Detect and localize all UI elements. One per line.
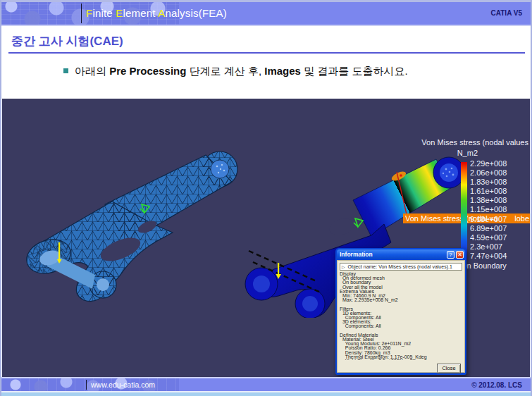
scale-value: 4.59e+007 xyxy=(470,233,507,242)
copyright-label: © 2012.08. LCS xyxy=(471,381,522,389)
scale-value: 1.83e+008 xyxy=(470,178,507,187)
title-text: nalysis(FEA) xyxy=(165,7,226,19)
dialog-titlebar[interactable]: Information ? ✕ xyxy=(337,249,465,259)
mesh-body xyxy=(22,151,237,302)
scale-value: 1.38e+008 xyxy=(470,196,507,205)
presentation-title: Finite Element Analysis(FEA) xyxy=(86,7,227,19)
legend-title: Von Mises stress (nodal values xyxy=(421,138,528,147)
restraint-symbol-icon xyxy=(354,218,363,227)
bottom-blue-strip xyxy=(1,392,531,396)
title-text: lement xyxy=(123,7,158,19)
title-underline xyxy=(8,52,525,54)
scale-value: 7.47e+004 xyxy=(470,252,507,261)
site-url: www.edu-catia.com xyxy=(91,380,155,389)
bullet-text-bold: Pre Processing xyxy=(109,65,186,77)
dialog-body: ▷ Object name: Von Mises stress (nodal v… xyxy=(337,260,465,373)
dialog-button-row: Close xyxy=(340,360,462,373)
bullet-text-bold: Images xyxy=(264,65,301,77)
object-name-row: ▷ Object name: Von Mises stress (nodal v… xyxy=(340,263,462,271)
legend-boundary-label: On Boundary xyxy=(461,261,507,270)
bullet-text: 아래의 xyxy=(75,65,109,77)
scale-value: 1.61e+008 xyxy=(470,187,507,196)
scale-value: 6.89e+007 xyxy=(470,224,507,233)
scale-values: 2.29e+008 2.06e+008 1.83e+008 1.61e+008 … xyxy=(470,159,507,261)
catia-3d-viewport: Von Mises stress (nodal va lobe Von Mise… xyxy=(2,99,530,377)
scale-value: 1.15e+008 xyxy=(470,205,507,214)
scale-value: 2.29e+008 xyxy=(470,159,507,168)
bullet-text: 단계로 계산 후, xyxy=(186,65,264,77)
stress-eye-bottom-hub xyxy=(302,296,318,311)
close-button[interactable]: Close xyxy=(437,364,461,373)
title-letter-f: F xyxy=(86,7,92,19)
bullet-row: 아래의 Pre Processing 단계로 계산 후, Images 및 결과… xyxy=(63,65,408,78)
object-name-marker-icon: ▷ xyxy=(342,265,345,269)
stress-eye-left-hub xyxy=(253,276,270,292)
label-leader-line xyxy=(391,169,412,217)
header-divider-line xyxy=(81,4,82,23)
scale-value: 2.3e+007 xyxy=(470,242,507,252)
dialog-info-text: Display On deformed mesh On boundary Ove… xyxy=(340,272,462,360)
bushing-face-bottom xyxy=(97,278,109,291)
bushing-hub xyxy=(211,160,229,178)
bullet-text: 및 결과를 도출하시요. xyxy=(301,65,408,77)
color-scale-bar[interactable] xyxy=(461,162,467,261)
object-name-text: Object name: Von Mises stress (nodal val… xyxy=(348,264,452,269)
stress-top-eye xyxy=(433,157,464,188)
title-text: inite xyxy=(92,7,116,19)
footer-divider-line xyxy=(86,380,87,390)
stress-hole xyxy=(327,216,356,238)
header-bar: Finite Element Analysis(FEA) CATIA V5 xyxy=(1,2,531,26)
title-letter-a: A xyxy=(158,7,165,19)
wireframe-mesh-model[interactable] xyxy=(13,140,246,312)
dialog-title: Information xyxy=(340,251,445,258)
dialog-close-x-button[interactable]: ✕ xyxy=(456,251,464,259)
dialog-help-button[interactable]: ? xyxy=(447,251,454,259)
selected-label-text-right: lobe xyxy=(514,214,529,223)
catia-version-label: CATIA V5 xyxy=(491,9,522,17)
slide-title-area: 중간 고사 시험(CAE) 아래의 Pre Processing 단계로 계산 … xyxy=(1,26,531,99)
page-title: 중간 고사 시험(CAE) xyxy=(11,33,123,49)
scale-value: 2.06e+008 xyxy=(470,168,507,178)
bullet-icon xyxy=(63,68,68,73)
title-letter-e: E xyxy=(116,7,123,19)
legend-unit: N_m2 xyxy=(457,149,478,157)
information-dialog: Information ? ✕ ▷ Object name: Von Mises… xyxy=(335,248,466,375)
presentation-slide: Finite Element Analysis(FEA) CATIA V5 중간… xyxy=(0,0,532,396)
scale-value: 9.18e+007 xyxy=(470,215,507,224)
footer-bar: www.edu-catia.com © 2012.08. LCS xyxy=(1,378,531,391)
